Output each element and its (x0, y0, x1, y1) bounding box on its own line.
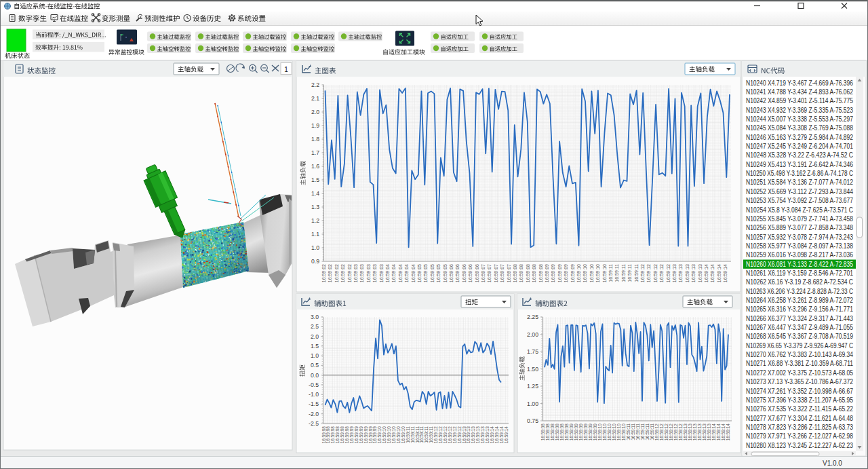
svg-text:1.5: 1.5 (311, 176, 319, 183)
svg-text:N10265 X6.316 Y-3.296 Z-9.156: N10265 X6.316 Y-3.296 Z-9.156 A-71.771 (746, 305, 853, 313)
svg-text:16:59:08: 16:59:08 (545, 424, 550, 441)
svg-text:16:59:11: 16:59:11 (634, 264, 639, 282)
svg-text:16:59:09: 16:59:09 (557, 264, 562, 282)
svg-text:16:59:09: 16:59:09 (564, 264, 568, 282)
svg-text:16:59:14: 16:59:14 (721, 424, 726, 441)
svg-text:16:59:13: 16:59:13 (702, 424, 707, 441)
svg-text:N10246 X5.163 Y-3.279 Z-5.984: N10246 X5.163 Y-3.279 Z-5.984 A-74.892 (746, 133, 853, 141)
svg-text:1.00: 1.00 (527, 400, 538, 407)
svg-text:16:59:13: 16:59:13 (688, 424, 692, 441)
svg-text:16:59:09: 16:59:09 (569, 424, 574, 441)
svg-text:16:59:14: 16:59:14 (717, 264, 722, 282)
svg-text:16:59:09: 16:59:09 (583, 424, 588, 441)
svg-text:16:59:10: 16:59:10 (576, 264, 581, 282)
svg-text:N10271 X6.88 Y-3.381 Z-10.359: N10271 X6.88 Y-3.381 Z-10.359 A-68.711 (746, 359, 853, 367)
svg-text:16:59:11: 16:59:11 (621, 264, 626, 282)
svg-text:N10273 X7.13 Y-3.365 Z-10.786: N10273 X7.13 Y-3.365 Z-10.786 A-67.372 (746, 377, 853, 386)
svg-text:16:59:10: 16:59:10 (607, 424, 612, 441)
svg-text:N10242 X4.859 Y-3.401 Z-5.114: N10242 X4.859 Y-3.401 Z-5.114 A-75.775 (746, 96, 853, 105)
svg-text:N10277 X7.677 Y-3.304 Z-11.621: N10277 X7.677 Y-3.304 Z-11.621 A-64.48 (746, 414, 853, 422)
svg-text:16:59:12: 16:59:12 (646, 264, 651, 282)
svg-text:1.8: 1.8 (311, 136, 319, 143)
svg-text:16:59:05: 16:59:05 (423, 264, 428, 282)
svg-text:1.50: 1.50 (527, 366, 538, 373)
svg-text:16:59:08: 16:59:08 (513, 264, 517, 282)
svg-text:16:59:14: 16:59:14 (726, 424, 730, 441)
svg-text:16:59:12: 16:59:12 (659, 264, 664, 282)
svg-text:16:59:04: 16:59:04 (391, 264, 396, 282)
svg-text:16:59:08: 16:59:08 (550, 424, 555, 441)
svg-text:16:59:02: 16:59:02 (328, 264, 332, 282)
svg-text:16:59:14: 16:59:14 (704, 264, 709, 282)
svg-text:N10252 X5.669 Y-3.112 Z-7.293: N10252 X5.669 Y-3.112 Z-7.293 A-73.844 (746, 187, 853, 195)
svg-text:N10250 X5.498 Y-3.162 Z-6.86 A: N10250 X5.498 Y-3.162 Z-6.86 A-74.178 C (746, 169, 853, 177)
svg-text:16:59:08: 16:59:08 (559, 424, 564, 441)
svg-text:16:59:13: 16:59:13 (691, 264, 696, 282)
svg-text:16:59:03: 16:59:03 (353, 264, 358, 282)
svg-text:16:59:09: 16:59:09 (545, 264, 549, 282)
svg-text:N10276 X7.535 Y-3.322 Z-11.415: N10276 X7.535 Y-3.322 Z-11.415 A-65.22 (746, 405, 853, 413)
svg-text:16:59:02: 16:59:02 (340, 264, 345, 282)
svg-text:16:59:03: 16:59:03 (366, 264, 371, 282)
svg-text:0.5: 0.5 (311, 362, 319, 369)
svg-text:16:59:13: 16:59:13 (678, 264, 683, 282)
svg-text:N10262 X6.16 Y-3.19 Z-8.682 A-: N10262 X6.16 Y-3.19 Z-8.682 A-72.534 C (746, 278, 853, 286)
svg-text:16:59:12: 16:59:12 (640, 264, 645, 282)
svg-text:N10253 X5.754 Y-3.092 Z-7.508: N10253 X5.754 Y-3.092 Z-7.508 A-73.677 (746, 196, 853, 204)
svg-text:1.3: 1.3 (311, 204, 319, 210)
svg-text:16:59:04: 16:59:04 (404, 264, 409, 282)
svg-text:-2.0: -2.0 (309, 411, 319, 417)
svg-text:16:59:08: 16:59:08 (519, 264, 524, 282)
svg-text:16:59:11: 16:59:11 (640, 424, 645, 440)
svg-text:16:59:07: 16:59:07 (487, 264, 492, 282)
svg-text:16:59:09: 16:59:09 (578, 424, 583, 441)
svg-text:1.9: 1.9 (311, 122, 319, 129)
svg-text:16:59:12: 16:59:12 (653, 264, 658, 282)
svg-text:N10264 X6.258 Y-3.261 Z-8.989: N10264 X6.258 Y-3.261 Z-8.989 A-72.072 (746, 296, 853, 304)
svg-text:16:59:10: 16:59:10 (621, 424, 626, 441)
svg-text:1.4: 1.4 (311, 190, 319, 197)
svg-text:16:59:13: 16:59:13 (697, 424, 702, 441)
svg-text:16:59:12: 16:59:12 (673, 424, 678, 441)
svg-text:1.5: 1.5 (311, 343, 319, 350)
svg-text:1.7: 1.7 (311, 149, 319, 156)
svg-text:N10249 X5.413 Y-3.191 Z-6.642: N10249 X5.413 Y-3.191 Z-6.642 A-74.346 (746, 160, 853, 168)
svg-text:16:59:10: 16:59:10 (597, 424, 602, 441)
svg-text:N10258 X5.977 Y-3.084 Z-8.097: N10258 X5.977 Y-3.084 Z-8.097 A-73.138 (746, 242, 853, 250)
svg-text:2.1: 2.1 (311, 95, 319, 102)
svg-text:-0.5: -0.5 (309, 381, 319, 388)
svg-text:N10270 X6.762 Y-3.383 Z-10.143: N10270 X6.762 Y-3.383 Z-10.143 A-69.34 (746, 350, 853, 358)
svg-text:N10263 X6.206 Y-3.224 Z-8.828: N10263 X6.206 Y-3.224 Z-8.828 A-72.33 C (746, 287, 853, 295)
svg-text:2.0: 2.0 (311, 333, 319, 340)
svg-text:N10259 X6.016 Y-3.098 Z-8.217: N10259 X6.016 Y-3.098 Z-8.217 A-73.036 (746, 250, 853, 259)
svg-text:16:59:07: 16:59:07 (500, 264, 505, 282)
svg-text:16:59:12: 16:59:12 (664, 424, 669, 441)
svg-text:N10272 X7.002 Y-3.375 Z-10.573: N10272 X7.002 Y-3.375 Z-10.573 A-68.05 (746, 369, 853, 377)
svg-text:N10269 X6.65 Y-3.379 Z-9.926 A: N10269 X6.65 Y-3.379 Z-9.926 A-69.947 C (746, 341, 853, 350)
svg-text:2.25: 2.25 (527, 314, 538, 320)
svg-text:16:59:12: 16:59:12 (678, 424, 683, 441)
svg-text:16:59:10: 16:59:10 (589, 264, 594, 282)
svg-text:16:59:11: 16:59:11 (631, 424, 635, 440)
svg-text:16:59:06: 16:59:06 (462, 264, 467, 282)
svg-text:16:59:09: 16:59:09 (551, 264, 555, 282)
svg-text:16:59:13: 16:59:13 (672, 264, 677, 282)
svg-text:16:59:12: 16:59:12 (666, 264, 671, 282)
svg-text:16:59:11: 16:59:11 (635, 424, 640, 440)
svg-text:16:59:13: 16:59:13 (685, 264, 690, 282)
svg-text:1.1: 1.1 (311, 231, 319, 238)
svg-text:N10266 X6.377 Y-3.324 Z-9.317: N10266 X6.377 Y-3.324 Z-9.317 A-71.443 (746, 314, 853, 322)
svg-text:1: 1 (284, 66, 288, 73)
svg-text:16:59:05: 16:59:05 (417, 264, 422, 282)
svg-text:0.0: 0.0 (311, 372, 319, 379)
svg-text:1.0: 1.0 (311, 244, 319, 251)
svg-text:16:59:12: 16:59:12 (669, 424, 673, 441)
svg-text:16:59:04: 16:59:04 (398, 264, 403, 282)
svg-text:2.0: 2.0 (311, 109, 319, 115)
svg-text:16:59:10: 16:59:10 (595, 264, 600, 282)
svg-text:16:59:10: 16:59:10 (602, 424, 607, 441)
svg-text:N10245 X5.084 Y-3.308 Z-5.769: N10245 X5.084 Y-3.308 Z-5.769 A-75.088 (746, 124, 853, 132)
svg-text:16:59:11: 16:59:11 (608, 264, 613, 282)
svg-text:16:59:08: 16:59:08 (564, 424, 569, 441)
svg-text:16:59:10: 16:59:10 (612, 424, 616, 441)
